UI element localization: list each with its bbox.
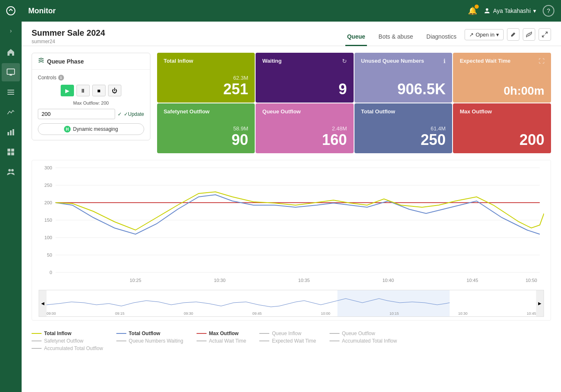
page-header: Summer Sale 2024 summer24 Queue Bots & a… bbox=[22, 22, 561, 46]
queue-phase-body: Controls ℹ ▶ ⏸ ■ ⏻ Max Outflow: 200 bbox=[32, 70, 150, 140]
mini-chart-scroll-left[interactable]: ◀ bbox=[39, 290, 47, 316]
user-name: Aya Takahashi bbox=[493, 7, 531, 14]
metric-values-total-inflow: 62.3M 251 bbox=[164, 75, 249, 98]
metric-label-waiting: Waiting bbox=[262, 58, 281, 64]
help-button[interactable]: ? bbox=[543, 5, 554, 17]
metric-main-safetynet: 90 bbox=[231, 132, 248, 148]
metric-label-total-inflow: Total Inflow bbox=[164, 58, 249, 64]
metric-values-safetynet: 58.9M 90 bbox=[164, 125, 249, 148]
mini-chart-scroll-right[interactable]: ▶ bbox=[536, 290, 544, 316]
open-in-button[interactable]: ↗ Open in ▾ bbox=[465, 29, 504, 40]
metric-values-expected-wait: 0h:00m bbox=[460, 85, 544, 98]
page-title-block: Summer Sale 2024 summer24 bbox=[32, 28, 345, 44]
svg-rect-9 bbox=[12, 129, 14, 135]
legend-line-accumulated-total-inflow bbox=[330, 341, 340, 341]
mini-chart-x-labels: 09:0009:1509:3009:45 10:0010:1510:3010:4… bbox=[47, 311, 536, 316]
sidebar-item-home[interactable] bbox=[2, 43, 20, 61]
chart-area: 300 250 200 150 100 50 0 10:25 10:30 10:… bbox=[39, 164, 544, 288]
svg-text:10:45: 10:45 bbox=[467, 278, 478, 283]
legend-item-accumulated-total-outflow: Accumulated Total Outflow bbox=[32, 345, 103, 351]
header-actions: 🔔 Aya Takahashi ▾ ? bbox=[468, 5, 554, 17]
sidebar-nav bbox=[2, 40, 20, 392]
svg-point-0 bbox=[7, 7, 15, 15]
page-actions: ↗ Open in ▾ bbox=[465, 28, 551, 46]
update-button[interactable]: ✓✓Update bbox=[118, 111, 144, 117]
metric-card-queue-outflow: Queue Outflow 2.48M 160 bbox=[256, 103, 354, 153]
svg-rect-11 bbox=[11, 149, 14, 152]
metric-card-max-outflow: Max Outflow 200 bbox=[453, 103, 551, 153]
content-area: Queue Phase Controls ℹ ▶ ⏸ ■ ⏻ bbox=[22, 46, 561, 392]
h-icon: H bbox=[64, 126, 71, 132]
tab-bots[interactable]: Bots & abuse bbox=[377, 28, 415, 46]
metric-label-safetynet: Safetynet Outflow bbox=[164, 108, 249, 115]
svg-rect-8 bbox=[10, 130, 12, 135]
sidebar-item-people[interactable] bbox=[2, 163, 20, 181]
play-button[interactable]: ▶ bbox=[61, 85, 74, 96]
legend-item-queue-numbers-waiting: Queue Numbers Waiting bbox=[116, 338, 183, 344]
mini-chart[interactable]: ◀ ▶ 09:0009:1509:3009:45 10:0010:1510:30… bbox=[39, 290, 544, 317]
pause-button[interactable]: ⏸ bbox=[76, 85, 90, 96]
tab-diagnostics[interactable]: Diagnostics bbox=[425, 28, 458, 46]
metric-main-max-outflow: 200 bbox=[519, 132, 544, 148]
page: Summer Sale 2024 summer24 Queue Bots & a… bbox=[22, 22, 561, 392]
svg-text:250: 250 bbox=[44, 183, 52, 188]
info-icon: ℹ bbox=[443, 58, 445, 64]
max-outflow-input-row: ✓✓Update bbox=[38, 109, 144, 119]
metric-label-queue-outflow: Queue Outflow bbox=[262, 108, 347, 115]
sidebar-item-chart[interactable] bbox=[2, 123, 20, 141]
metric-label-unused-queue: Unused Queue Numbers bbox=[361, 58, 424, 64]
metric-sub-queue-outflow: 2.48M bbox=[332, 125, 347, 132]
app-logo bbox=[0, 0, 22, 22]
legend-item-expected-wait-time: Expected Wait Time bbox=[259, 338, 316, 344]
svg-rect-10 bbox=[7, 149, 10, 152]
legend-item-accumulated-total-inflow: Accumulated Total Inflow bbox=[330, 338, 397, 344]
notification-button[interactable]: 🔔 bbox=[468, 6, 477, 15]
sidebar: › bbox=[0, 0, 22, 392]
expand-button[interactable] bbox=[539, 28, 551, 41]
stop-button[interactable]: ■ bbox=[92, 85, 106, 96]
metrics-grid: Total Inflow 62.3M 251 Waiting ↻ 9 bbox=[157, 53, 551, 153]
metric-values-max-outflow: 200 bbox=[460, 132, 544, 148]
svg-rect-7 bbox=[7, 132, 9, 135]
sidebar-item-bar[interactable] bbox=[2, 143, 20, 161]
edit-button[interactable] bbox=[507, 28, 519, 41]
legend-col-1: Total Inflow Safetynet Outflow Accumulat… bbox=[32, 331, 103, 351]
chevron-down-icon: ▾ bbox=[496, 32, 499, 38]
waiting-header: Waiting ↻ bbox=[262, 58, 347, 64]
external-link-icon: ↗ bbox=[469, 32, 474, 38]
expand-icon: ⛶ bbox=[539, 58, 544, 64]
legend-line-total-inflow bbox=[32, 333, 42, 334]
legend-col-3: Max Outflow Actual Wait Time bbox=[197, 331, 246, 351]
sidebar-item-monitor[interactable] bbox=[2, 63, 20, 81]
top-header: Monitor 🔔 Aya Takahashi ▾ ? bbox=[22, 0, 561, 22]
dynamic-messaging-button[interactable]: H Dynamic messaging bbox=[38, 123, 144, 135]
legend-item-total-inflow: Total Inflow bbox=[32, 331, 103, 336]
legend-line-queue-numbers-waiting bbox=[116, 341, 126, 341]
legend-line-queue-outflow bbox=[330, 333, 340, 334]
sidebar-item-analytics[interactable] bbox=[2, 103, 20, 121]
svg-text:100: 100 bbox=[44, 235, 52, 240]
svg-text:10:35: 10:35 bbox=[298, 278, 310, 283]
user-menu-button[interactable]: Aya Takahashi ▾ bbox=[484, 7, 536, 14]
metric-card-waiting: Waiting ↻ 9 bbox=[256, 53, 354, 103]
power-button[interactable]: ⏻ bbox=[108, 85, 121, 96]
legend-line-accumulated-total-outflow bbox=[32, 348, 42, 349]
tab-queue[interactable]: Queue bbox=[345, 28, 367, 46]
queue-phase-icon bbox=[38, 57, 44, 65]
metric-values-unused-queue: 906.5K bbox=[361, 81, 446, 98]
sidebar-toggle[interactable]: › bbox=[0, 22, 22, 40]
page-tabs: Queue Bots & abuse Diagnostics bbox=[345, 28, 458, 46]
link-button[interactable] bbox=[523, 28, 535, 41]
top-section: Queue Phase Controls ℹ ▶ ⏸ ■ ⏻ bbox=[32, 53, 551, 153]
refresh-icon: ↻ bbox=[342, 58, 347, 64]
svg-text:150: 150 bbox=[44, 218, 52, 223]
metric-sub-safetynet: 58.9M bbox=[233, 125, 248, 132]
svg-text:10:40: 10:40 bbox=[382, 278, 394, 283]
page-subtitle: summer24 bbox=[32, 39, 345, 44]
legend-col-4: Queue Inflow Expected Wait Time bbox=[259, 331, 316, 351]
metric-card-safetynet: Safetynet Outflow 58.9M 90 bbox=[157, 103, 255, 153]
max-outflow-input[interactable] bbox=[38, 109, 115, 119]
metric-values-queue-outflow: 2.48M 160 bbox=[262, 125, 347, 148]
svg-point-16 bbox=[486, 8, 488, 11]
sidebar-item-list[interactable] bbox=[2, 83, 20, 101]
